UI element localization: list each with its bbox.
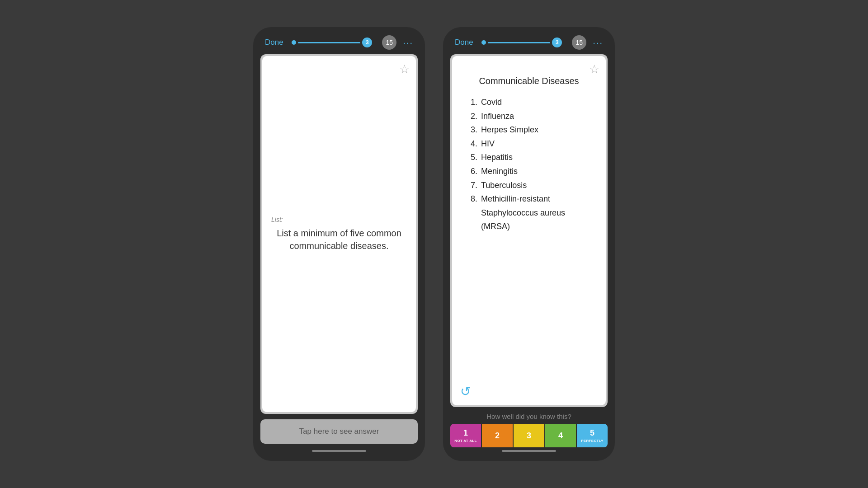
right-card-area: ☆ Communicable Diseases 1.Covid 2.Influe… [450, 54, 608, 407]
rating-button-4[interactable]: 4 [545, 424, 576, 447]
rating-section: How well did you know this? 1 NOT AT ALL… [450, 413, 608, 447]
right-card-inner: ☆ Communicable Diseases 1.Covid 2.Influe… [452, 56, 606, 405]
list-item: 3.Herpes Simplex [465, 123, 593, 137]
left-progress-bar: 3 [292, 38, 373, 47]
left-progress-line [298, 42, 361, 43]
left-total-badge: 15 [382, 35, 396, 50]
right-done-button[interactable]: Done [455, 38, 473, 47]
right-step-number: 3 [552, 38, 562, 47]
left-card-area: ☆ List: List a minimum of five common co… [260, 54, 418, 414]
list-item: 4.HIV [465, 137, 593, 151]
replay-icon[interactable]: ↺ [460, 384, 471, 399]
list-item: 2.Influenza [465, 109, 593, 123]
answer-title: Communicable Diseases [465, 76, 593, 86]
right-progress-bar: 3 [481, 38, 562, 47]
left-progress-dot-start [292, 40, 296, 45]
list-item: 1.Covid [465, 95, 593, 109]
left-card-label: List: [271, 216, 283, 223]
rating-button-1[interactable]: 1 NOT AT ALL [450, 424, 481, 447]
left-top-bar: Done 3 15 ··· [260, 27, 418, 54]
left-card-inner: ☆ List: List a minimum of five common co… [262, 56, 416, 412]
list-item: 5.Hepatitis [465, 150, 593, 164]
left-step-number: 3 [362, 38, 372, 47]
right-star-icon[interactable]: ☆ [589, 62, 599, 76]
left-card-question: List a minimum of five common communicab… [271, 227, 407, 252]
left-done-button[interactable]: Done [265, 38, 283, 47]
list-item: 6.Meningitis [465, 164, 593, 178]
rating-buttons-container: 1 NOT AT ALL 2 3 4 5 PERFECTLY [450, 424, 608, 447]
right-more-button[interactable]: ··· [593, 38, 603, 48]
list-item: 8.Methicillin-resistant Staphylococcus a… [465, 192, 593, 234]
rating-button-2[interactable]: 2 [482, 424, 513, 447]
right-phone-panel: Done 3 15 ··· ☆ Communicable Diseases 1.… [443, 27, 615, 461]
right-home-indicator [502, 450, 556, 452]
tap-to-see-answer-button[interactable]: Tap here to see answer [260, 419, 418, 444]
right-total-badge: 15 [572, 35, 586, 50]
right-progress-dot-start [481, 40, 486, 45]
right-progress-line [488, 42, 551, 43]
list-item: 7.Tuberculosis [465, 178, 593, 192]
rating-button-3[interactable]: 3 [514, 424, 544, 447]
right-top-bar: Done 3 15 ··· [450, 27, 608, 54]
rating-question-label: How well did you know this? [450, 413, 608, 420]
disease-list: 1.Covid 2.Influenza 3.Herpes Simplex 4.H… [465, 95, 593, 234]
left-home-indicator [312, 450, 366, 452]
left-phone-panel: Done 3 15 ··· ☆ List: List a minimum of … [253, 27, 425, 461]
left-more-button[interactable]: ··· [403, 38, 413, 48]
rating-button-5[interactable]: 5 PERFECTLY [577, 424, 608, 447]
left-star-icon[interactable]: ☆ [399, 62, 410, 76]
